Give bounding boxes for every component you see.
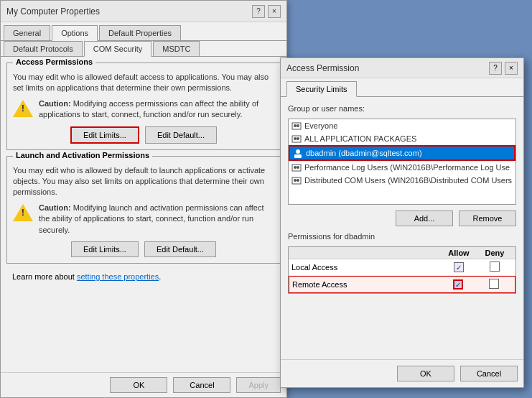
svg-rect-3: [292, 136, 301, 142]
deny-header: Deny: [477, 249, 513, 257]
launch-permissions-desc: You may edit who is allowed by default t…: [13, 165, 274, 198]
user-item-dcom-users[interactable]: Distributed COM Users (WIN2016B\Distribu…: [289, 174, 515, 187]
user-item-app-packages[interactable]: ALL APPLICATION PACKAGES: [289, 132, 515, 145]
help-button[interactable]: ?: [252, 5, 265, 18]
add-button[interactable]: Add...: [396, 210, 453, 226]
learn-more-text: Learn more about: [12, 272, 77, 281]
svg-rect-7: [294, 154, 302, 158]
main-title-bar: My Computer Properties ? ×: [1, 1, 286, 22]
tab-msdtc[interactable]: MSDTC: [153, 41, 200, 56]
svg-rect-0: [292, 123, 301, 129]
local-access-allow-checkbox[interactable]: ✓: [454, 262, 464, 272]
modal-title: Access Permission: [286, 63, 359, 73]
tabs-row-1: General Options Default Properties: [1, 22, 286, 41]
warning-icon-access: !: [13, 98, 33, 119]
permissions-header: Allow Deny: [289, 247, 515, 259]
title-bar-controls: ? ×: [252, 5, 281, 18]
group-user-label: Group or user names:: [288, 104, 516, 113]
add-remove-row: Add... Remove: [288, 210, 516, 226]
access-permissions-title: Access Permissions: [13, 57, 95, 66]
remove-button[interactable]: Remove: [459, 210, 516, 226]
permissions-table: Allow Deny Local Access ✓ Remote Access …: [288, 246, 516, 294]
user-list[interactable]: Everyone ALL APPLICATION PACKAGES d: [288, 119, 516, 205]
group-icon-perf-log: [291, 162, 302, 172]
modal-title-bar: Access Permission ? ×: [281, 58, 523, 78]
modal-tabs: Security Limits: [281, 78, 523, 97]
modal-content: Group or user names: Everyone: [281, 97, 523, 359]
modal-controls: ? ×: [489, 62, 518, 75]
access-permissions-desc: You may edit who is allowed default acce…: [13, 72, 274, 94]
perm-row-local-access: Local Access ✓: [289, 259, 515, 276]
cancel-button-main[interactable]: Cancel: [173, 377, 230, 393]
cancel-button-modal[interactable]: Cancel: [460, 366, 518, 381]
main-content-area: Access Permissions You may edit who is a…: [1, 57, 286, 372]
remote-access-deny-checkbox[interactable]: [489, 279, 499, 289]
learn-more-section: Learn more about setting these propertie…: [6, 269, 281, 284]
svg-point-1: [294, 124, 297, 127]
svg-point-6: [296, 149, 300, 154]
group-icon-dcom-users: [291, 175, 302, 185]
tab-default-properties[interactable]: Default Properties: [99, 25, 181, 40]
remote-access-allow-checkbox[interactable]: ✓: [453, 279, 463, 290]
learn-more-link[interactable]: setting these properties: [77, 272, 159, 281]
main-window: My Computer Properties ? × General Optio…: [0, 0, 287, 398]
svg-point-2: [297, 124, 299, 127]
ok-button-main[interactable]: OK: [110, 377, 167, 393]
learn-more-period: .: [159, 272, 161, 281]
perm-row-remote-access: Remote Access ✓: [289, 276, 515, 293]
tab-options[interactable]: Options: [52, 25, 98, 41]
tab-com-security[interactable]: COM Security: [84, 41, 151, 57]
access-permissions-group: Access Permissions You may edit who is a…: [6, 63, 281, 150]
modal-help-button[interactable]: ?: [489, 62, 502, 75]
launch-caution-row: ! Caution: Modifying launch and activati…: [13, 203, 274, 236]
user-item-everyone[interactable]: Everyone: [289, 119, 515, 132]
edit-limits-launch-button[interactable]: Edit Limits...: [71, 241, 139, 257]
warning-icon-launch: !: [13, 203, 33, 223]
apply-button-main[interactable]: Apply: [236, 377, 281, 393]
launch-permissions-title: Launch and Activation Permissions: [13, 151, 152, 159]
tab-general[interactable]: General: [4, 25, 50, 40]
access-caution-text: Caution: Modifying access permissions ca…: [39, 98, 274, 121]
svg-point-9: [294, 166, 297, 169]
svg-rect-8: [292, 165, 301, 171]
local-access-deny-checkbox[interactable]: [490, 262, 500, 272]
ok-button-modal[interactable]: OK: [397, 366, 454, 381]
main-bottom-buttons: OK Cancel Apply: [110, 377, 281, 393]
tabs-row-2: Default Protocols COM Security MSDTC: [1, 41, 286, 57]
main-window-title: My Computer Properties: [6, 6, 100, 17]
svg-point-5: [297, 137, 299, 140]
modal-close-button[interactable]: ×: [505, 62, 518, 75]
access-permission-modal: Access Permission ? × Security Limits Gr…: [280, 57, 524, 388]
warning-exclaim-access: !: [22, 103, 24, 114]
main-bottom-bar: OK Cancel Apply: [1, 372, 286, 397]
user-item-dbadmin[interactable]: dbadmin (dbadmin@sqltest.com): [289, 145, 515, 161]
tab-default-protocols[interactable]: Default Protocols: [4, 41, 83, 56]
svg-point-13: [297, 179, 299, 182]
svg-point-10: [297, 166, 299, 169]
modal-bottom-bar: OK Cancel: [281, 359, 523, 387]
access-caution-row: ! Caution: Modifying access permissions …: [13, 98, 274, 121]
group-icon-app-packages: [291, 134, 302, 144]
edit-default-access-button[interactable]: Edit Default...: [145, 126, 217, 144]
tab-security-limits[interactable]: Security Limits: [286, 81, 357, 97]
warning-exclaim-launch: !: [22, 207, 24, 218]
access-buttons-row: Edit Limits... Edit Default...: [13, 126, 274, 144]
edit-default-launch-button[interactable]: Edit Default...: [144, 241, 216, 257]
allow-header: Allow: [441, 249, 477, 257]
group-icon-everyone: [291, 121, 302, 131]
permissions-label: Permissions for dbadmin: [288, 232, 516, 241]
launch-buttons-row: Edit Limits... Edit Default...: [13, 241, 274, 257]
launch-permissions-group: Launch and Activation Permissions You ma…: [6, 156, 281, 264]
launch-caution-text: Caution: Modifying launch and activation…: [39, 203, 274, 236]
svg-point-4: [294, 137, 297, 140]
edit-limits-access-button[interactable]: Edit Limits...: [70, 126, 139, 144]
svg-point-12: [294, 179, 297, 182]
user-icon-dbadmin: [293, 148, 303, 158]
close-button[interactable]: ×: [268, 5, 281, 18]
svg-rect-11: [292, 177, 301, 184]
user-item-perf-log[interactable]: Performance Log Users (WIN2016B\Performa…: [289, 161, 515, 174]
